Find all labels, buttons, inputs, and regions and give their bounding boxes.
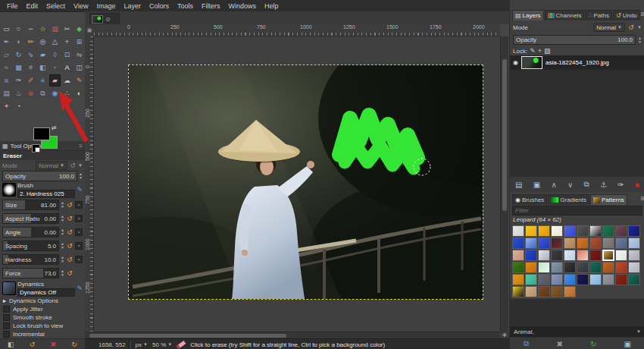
pattern-swatch[interactable] (512, 286, 524, 297)
tool-button-rectangle-select[interactable]: ▭ (1, 23, 12, 35)
pattern-swatch[interactable] (615, 274, 627, 285)
canvas-area[interactable] (94, 36, 500, 332)
tool-button-paths[interactable]: ✒ (1, 36, 12, 48)
tool-button-smudge[interactable]: ✎ (73, 74, 85, 86)
tool-button-fuzzy-select[interactable]: ☆ (37, 23, 48, 35)
tool-button-zoom[interactable]: ◎ (37, 36, 48, 48)
tool-button-ellipse-select[interactable]: ○ (13, 23, 24, 35)
tool-button-mypaint-brush[interactable]: ◫ (73, 61, 85, 74)
tab-gradients[interactable]: Gradients (548, 194, 589, 205)
pattern-swatch[interactable] (512, 237, 524, 249)
link-option-button[interactable]: ▪ (75, 215, 83, 222)
lock-position-icon[interactable]: + (538, 47, 542, 55)
dynamics-field[interactable]: Dynamics Off (17, 288, 75, 297)
layer-action-button-merge-layer[interactable]: ✑ (617, 181, 624, 189)
menu-item[interactable]: Help (261, 2, 283, 11)
tool-button-flame[interactable]: ✦ (1, 100, 12, 112)
tool-button-dodge-burn[interactable]: ◉ (49, 87, 61, 99)
tool-button-text[interactable]: A (61, 61, 73, 74)
tool-button-warp-transform[interactable]: ≈ (1, 61, 12, 74)
tool-button-color-picker[interactable]: ◗ (13, 36, 24, 48)
link-option-button[interactable]: ▪ (75, 256, 83, 263)
option-spinner[interactable]: ▲▼ (61, 201, 64, 209)
layer-mode-switch-icon[interactable]: ↺ (627, 24, 635, 31)
pattern-swatch[interactable] (615, 250, 627, 261)
brush-preview[interactable] (2, 183, 16, 197)
tool-button-crop[interactable]: ▱ (1, 49, 12, 61)
tool-button-clone[interactable]: ▤ (1, 87, 12, 99)
option-checkbox-row[interactable]: Lock brush to view (0, 322, 85, 330)
pattern-swatch[interactable] (577, 274, 589, 285)
reset-option-icon[interactable]: ↺ (66, 242, 73, 250)
tool-button-scissors-select[interactable]: ✂ (61, 23, 73, 35)
reset-option-icon[interactable]: ↺ (66, 228, 73, 236)
pattern-swatch[interactable] (628, 237, 640, 249)
option-checkbox-row[interactable]: Incremental (0, 330, 85, 338)
mode-reset-icon[interactable]: ↺ (69, 162, 77, 169)
pattern-footer-button-refresh-patterns[interactable]: ↻ (590, 340, 596, 348)
pattern-swatch[interactable] (589, 225, 602, 237)
tab-paths[interactable]: ∴ Paths (585, 10, 612, 20)
pattern-swatch[interactable] (628, 274, 640, 285)
tool-button-bucket-fill[interactable]: ◙ (1, 74, 12, 86)
option-spinner[interactable]: ▲▼ (61, 256, 64, 263)
tool-button-blur-sharpen[interactable]: ⧉ (37, 87, 48, 99)
mode-switch-icon[interactable]: ▼ (78, 163, 83, 168)
opacity-spinner[interactable]: ▲▼ (79, 172, 83, 180)
tool-button-heal[interactable]: ♨ (13, 87, 24, 99)
tool-button-scale[interactable]: ⇘ (25, 49, 36, 61)
pattern-swatch[interactable] (538, 237, 550, 249)
tool-button-unified-transform[interactable]: ⊡ (61, 49, 73, 61)
tool-button-foreground-select[interactable]: ◆ (73, 23, 85, 35)
menu-item[interactable]: Image (92, 2, 119, 11)
option-slider[interactable]: Force73.0 (2, 268, 59, 278)
tool-button-free-select[interactable]: ∽ (25, 23, 36, 35)
pattern-swatch[interactable] (589, 237, 602, 249)
mode-dropdown[interactable]: Normal▼ (36, 161, 67, 170)
pattern-swatch[interactable] (615, 225, 627, 237)
layer-list-empty[interactable] (510, 70, 644, 176)
layer-action-button-lower-layer[interactable]: ∨ (567, 181, 573, 189)
pattern-swatch[interactable] (551, 225, 563, 237)
pattern-swatch[interactable] (525, 225, 537, 237)
pattern-swatch[interactable] (512, 225, 524, 237)
menu-item[interactable]: View (70, 2, 92, 11)
tool-button-measure[interactable]: △ (49, 36, 61, 48)
pattern-swatch[interactable] (551, 262, 563, 273)
pattern-swatch[interactable] (525, 250, 537, 261)
layer-opacity-slider[interactable]: Opacity 100.0 (513, 35, 636, 45)
footer-button-reset-options[interactable]: ↻ (71, 341, 77, 348)
reset-option-icon[interactable]: ↺ (66, 269, 73, 277)
tool-button-n-point-deform[interactable]: # (25, 61, 36, 74)
tool-button-perspective[interactable]: ◊ (49, 49, 61, 61)
checkbox[interactable] (3, 331, 10, 338)
pattern-swatch[interactable] (602, 250, 614, 261)
brush-name-field[interactable]: 2. Hardness 025 (17, 190, 75, 198)
pattern-swatch[interactable] (589, 250, 602, 261)
pattern-swatch[interactable] (564, 225, 576, 237)
layer-action-button-raise-layer[interactable]: ∧ (551, 181, 556, 189)
pattern-swatch[interactable] (564, 250, 576, 261)
layer-mode-dropdown[interactable]: Normal▼ (593, 23, 625, 32)
pattern-swatch[interactable] (551, 274, 563, 285)
tool-button-airbrush[interactable]: ☁ (61, 74, 73, 86)
pattern-swatch[interactable] (577, 250, 589, 261)
image-tab[interactable]: ⊘ (89, 13, 120, 25)
option-slider[interactable]: Hardness10.0 (2, 254, 59, 265)
option-slider[interactable]: Spacing5.0 (2, 241, 59, 251)
pattern-swatch[interactable] (602, 225, 614, 237)
link-option-button[interactable]: ▪ (75, 242, 83, 250)
pattern-footer-button-duplicate-pattern[interactable]: ⧉ (524, 339, 529, 348)
link-option-button[interactable]: ▪ (75, 201, 83, 209)
pattern-swatch[interactable] (628, 225, 640, 237)
pattern-swatch[interactable] (538, 286, 550, 297)
swap-colors-icon[interactable]: ⇄ (52, 124, 57, 131)
horizontal-ruler[interactable]: 025050075010001250150017502000 (94, 24, 500, 36)
tool-button-handle-transform[interactable]: ◧ (37, 61, 48, 74)
option-checkbox-row[interactable]: Smooth stroke (0, 313, 85, 322)
tool-button-pencil[interactable]: ✏ (25, 36, 36, 48)
footer-button-delete-preset[interactable]: ✖ (51, 341, 57, 348)
pattern-swatch[interactable] (589, 262, 602, 273)
layer-row[interactable]: ◉ asia-1822454_1920.jpg (510, 55, 644, 70)
tool-button-cage-transform[interactable]: ▩ (13, 61, 24, 74)
